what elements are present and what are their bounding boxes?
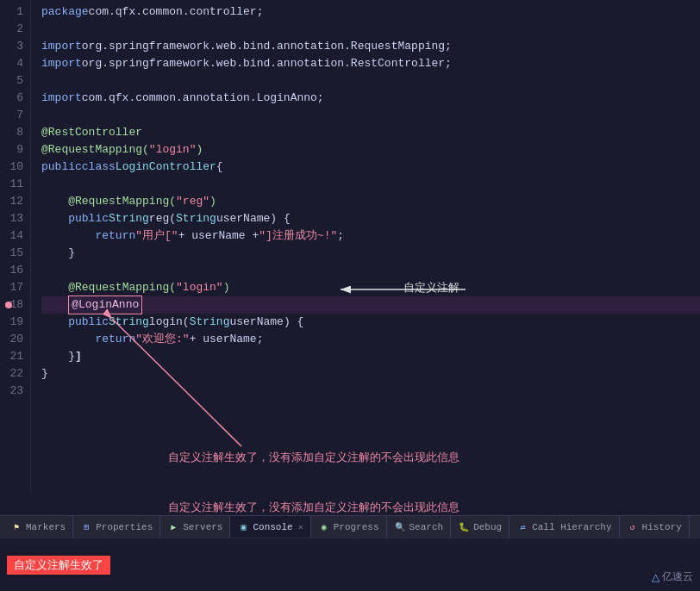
bottom-hint-text: 自定义注解生效了，没有添加自定义注解的不会出现此信息	[168, 500, 459, 515]
code-line-4: import org.springframework.web.bind.anno…	[41, 55, 700, 72]
console-area: 自定义注解生效了	[0, 538, 700, 591]
bottom-annotation-text: 自定义注解生效了，没有添加自定义注解的不会出现此信息	[168, 450, 459, 465]
tab-properties-label: Properties	[96, 522, 153, 532]
servers-icon: ▶	[167, 521, 179, 533]
code-line-8: @RestController	[41, 124, 700, 141]
code-line-21: }]	[41, 348, 700, 365]
code-line-7	[41, 107, 700, 124]
tab-bar: ⚑ Markers ⊞ Properties ▶ Servers ▣ Conso…	[0, 515, 700, 538]
watermark: △ 亿速云	[652, 569, 693, 584]
tab-debug-label: Debug	[473, 522, 502, 532]
tab-servers[interactable]: ▶ Servers	[160, 516, 230, 538]
code-line-9: @RequestMapping("login")	[41, 141, 700, 159]
tab-search-label: Search	[409, 522, 444, 532]
tab-servers-label: Servers	[183, 522, 222, 532]
console-output: 自定义注解生效了	[0, 538, 700, 591]
tab-console-label: Console	[253, 522, 292, 532]
watermark-text: 亿速云	[662, 569, 693, 584]
tab-console[interactable]: ▣ Console ✕	[230, 516, 310, 538]
code-line-15: }	[41, 245, 700, 262]
console-close-icon[interactable]: ✕	[298, 522, 303, 532]
tab-callhierarchy-label: Call Hierarchy	[532, 522, 611, 532]
code-line-1: package com.qfx.common.controller;	[41, 3, 700, 21]
code-line-5	[41, 72, 700, 90]
console-output-text: 自定义注解生效了	[7, 556, 110, 575]
properties-icon: ⊞	[80, 521, 92, 533]
code-editor: 1 2 3 4 5 6 7 8 9 10 11 12 13 14 15 16 1…	[0, 0, 700, 491]
code-line-3: import org.springframework.web.bind.anno…	[41, 38, 700, 55]
code-line-6: import com.qfx.common.annotation.LoginAn…	[41, 90, 700, 107]
tab-properties[interactable]: ⊞ Properties	[73, 516, 160, 538]
code-line-2	[41, 21, 700, 38]
console-icon: ▣	[237, 521, 249, 533]
code-line-17: @RequestMapping("login") 自定义注解	[41, 279, 700, 296]
callhierarchy-icon: ⇄	[516, 521, 528, 533]
code-line-16	[41, 262, 700, 279]
debug-icon: 🐛	[458, 521, 470, 533]
tab-history-label: History	[642, 522, 682, 532]
tab-progress[interactable]: ◉ Progress	[311, 516, 387, 538]
tab-markers[interactable]: ⚑ Markers	[3, 516, 73, 538]
code-line-10: public class LoginController {	[41, 159, 700, 176]
code-line-13: public String reg(String userName) {	[41, 210, 700, 227]
code-line-23	[41, 383, 700, 400]
tab-history[interactable]: ↺ History	[620, 516, 690, 538]
code-line-14: return "用户[" + userName +"]注册成功~!";	[41, 227, 700, 245]
code-line-12: @RequestMapping("reg")	[41, 193, 700, 210]
code-line-20: return "欢迎您:" + userName;	[41, 331, 700, 348]
tab-search[interactable]: 🔍 Search	[387, 516, 452, 538]
progress-icon: ◉	[318, 521, 330, 533]
code-content[interactable]: package com.qfx.common.controller; impor…	[31, 0, 700, 491]
code-line-18: @LoginAnno	[41, 296, 700, 314]
watermark-icon: △	[652, 571, 659, 583]
tab-markers-label: Markers	[26, 522, 66, 532]
annotation-label-17: 自定义注解	[403, 279, 459, 296]
tab-progress-label: Progress	[334, 522, 379, 532]
tab-callhierarchy[interactable]: ⇄ Call Hierarchy	[509, 516, 619, 538]
history-icon: ↺	[627, 521, 639, 533]
code-line-11	[41, 176, 700, 193]
code-line-22: }	[41, 365, 700, 383]
markers-icon: ⚑	[10, 521, 22, 533]
search-icon: 🔍	[394, 521, 406, 533]
tab-debug[interactable]: 🐛 Debug	[451, 516, 509, 538]
code-line-19: public String login(String userName) {	[41, 314, 700, 331]
line-numbers: 1 2 3 4 5 6 7 8 9 10 11 12 13 14 15 16 1…	[0, 0, 31, 491]
